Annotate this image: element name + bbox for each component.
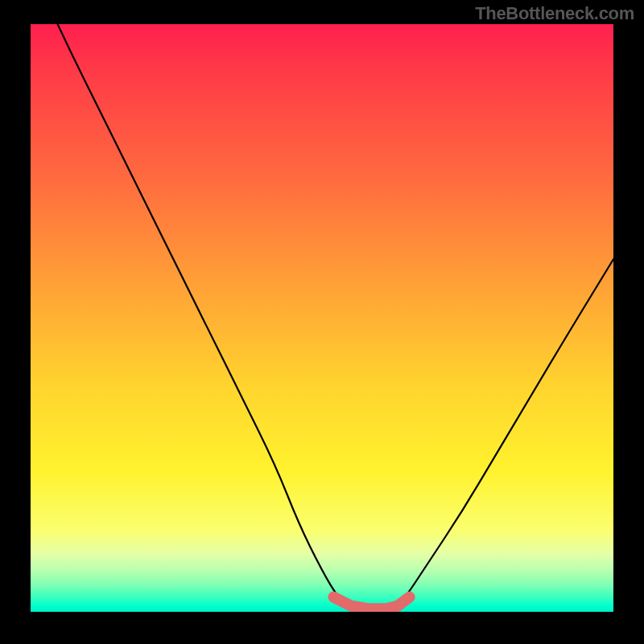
flat-bottom-marker (333, 597, 409, 609)
chart-frame: TheBottleneck.com (0, 0, 644, 644)
bottleneck-curve (31, 24, 613, 612)
watermark-text: TheBottleneck.com (475, 3, 634, 24)
plot-area (31, 24, 613, 612)
curve-layer (31, 24, 613, 612)
